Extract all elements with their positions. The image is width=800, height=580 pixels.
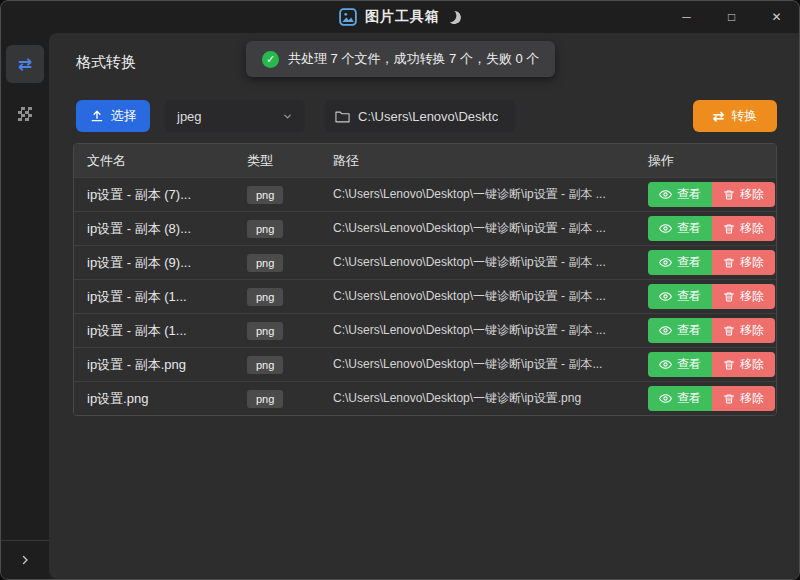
convert-button[interactable]: ⇄ 转换 [693, 100, 777, 132]
files-table: 文件名 类型 路径 操作 ip设置 - 副本 (7)... png C:\Use… [73, 143, 777, 416]
file-name: ip设置 - 副本 (1... [74, 288, 247, 306]
row-actions: 查看 移除 [634, 352, 776, 377]
file-path: C:\Users\Lenovo\Desktop\一键诊断\ip设置 - 副本 .… [333, 322, 634, 339]
sidebar: ⇄ [1, 33, 49, 579]
table-row: ip设置 - 副本 (9)... png C:\Users\Lenovo\Des… [74, 245, 776, 279]
file-type-badge: png [247, 390, 283, 408]
eye-icon [659, 222, 672, 235]
file-type-cell: png [247, 389, 333, 408]
eye-icon [659, 256, 672, 269]
sidebar-item-format-convert[interactable]: ⇄ [6, 45, 44, 83]
close-button[interactable]: ✕ [754, 1, 799, 33]
col-header-ops: 操作 [634, 152, 776, 170]
table-row: ip设置 - 副本 (8)... png C:\Users\Lenovo\Des… [74, 211, 776, 245]
remove-label: 移除 [740, 390, 764, 407]
col-header-path: 路径 [333, 152, 634, 170]
remove-label: 移除 [740, 186, 764, 203]
select-files-label: 选择 [111, 107, 137, 125]
remove-label: 移除 [740, 220, 764, 237]
table-header: 文件名 类型 路径 操作 [74, 144, 776, 177]
remove-button[interactable]: 移除 [712, 284, 775, 309]
file-path: C:\Users\Lenovo\Desktop\一键诊断\ip设置 - 副本 .… [333, 288, 634, 305]
chevron-down-icon [282, 111, 293, 122]
remove-label: 移除 [740, 254, 764, 271]
file-type-cell: png [247, 321, 333, 340]
row-actions: 查看 移除 [634, 284, 776, 309]
file-path: C:\Users\Lenovo\Desktop\一键诊断\ip设置 - 副本..… [333, 356, 634, 373]
format-dropdown[interactable]: jpeg [165, 100, 305, 132]
remove-button[interactable]: 移除 [712, 352, 775, 377]
sidebar-expand-button[interactable] [1, 541, 49, 579]
view-label: 查看 [677, 322, 701, 339]
minimize-button[interactable]: ─ [664, 1, 709, 33]
convert-label: 转换 [731, 107, 757, 125]
remove-label: 移除 [740, 288, 764, 305]
view-button[interactable]: 查看 [648, 318, 712, 343]
toast-message: 共处理 7 个文件，成功转换 7 个，失败 0 个 [288, 50, 539, 68]
file-name: ip设置.png [74, 390, 247, 408]
remove-label: 移除 [740, 356, 764, 373]
app-body: ⇄ ✓ 共处理 7 个文件，成功转换 7 个，失败 0 个 格式转换 [1, 33, 799, 579]
view-button[interactable]: 查看 [648, 250, 712, 275]
view-label: 查看 [677, 254, 701, 271]
app-logo-icon [339, 8, 357, 26]
file-path: C:\Users\Lenovo\Desktop\一键诊断\ip设置 - 副本 .… [333, 254, 634, 271]
col-header-type: 类型 [247, 152, 333, 170]
trash-icon [723, 257, 735, 269]
trash-icon [723, 393, 735, 405]
remove-button[interactable]: 移除 [712, 182, 775, 207]
toolbar: 选择 jpeg C:\Users\Lenovo\Desktc ⇄ 转换 [73, 100, 777, 132]
view-button[interactable]: 查看 [648, 284, 712, 309]
upload-icon [90, 109, 104, 123]
remove-label: 移除 [740, 322, 764, 339]
maximize-button[interactable]: □ [709, 1, 754, 33]
table-row: ip设置 - 副本 (7)... png C:\Users\Lenovo\Des… [74, 177, 776, 211]
remove-button[interactable]: 移除 [712, 318, 775, 343]
sidebar-item-mosaic[interactable] [6, 95, 44, 133]
view-button[interactable]: 查看 [648, 216, 712, 241]
select-files-button[interactable]: 选择 [76, 100, 150, 132]
app-window: 图片工具箱 ─ □ ✕ ⇄ [0, 0, 800, 580]
table-row: ip设置 - 副本 (1... png C:\Users\Lenovo\Desk… [74, 279, 776, 313]
result-toast: ✓ 共处理 7 个文件，成功转换 7 个，失败 0 个 [246, 41, 555, 77]
file-name: ip设置 - 副本.png [74, 356, 247, 374]
remove-button[interactable]: 移除 [712, 386, 775, 411]
remove-button[interactable]: 移除 [712, 216, 775, 241]
file-name: ip设置 - 副本 (9)... [74, 254, 247, 272]
trash-icon [723, 359, 735, 371]
trash-icon [723, 189, 735, 201]
view-button[interactable]: 查看 [648, 182, 712, 207]
eye-icon [659, 290, 672, 303]
sidebar-bottom [1, 540, 49, 579]
file-path: C:\Users\Lenovo\Desktop\一键诊断\ip设置 - 副本 .… [333, 220, 634, 237]
col-header-filename: 文件名 [74, 152, 247, 170]
file-type-cell: png [247, 253, 333, 272]
file-path: C:\Users\Lenovo\Desktop\一键诊断\ip设置.png [333, 390, 634, 407]
view-label: 查看 [677, 186, 701, 203]
view-label: 查看 [677, 390, 701, 407]
main-panel: ✓ 共处理 7 个文件，成功转换 7 个，失败 0 个 格式转换 选择 jpeg… [49, 33, 799, 579]
file-type-cell: png [247, 355, 333, 374]
eye-icon [659, 358, 672, 371]
check-circle-icon: ✓ [262, 51, 279, 68]
view-button[interactable]: 查看 [648, 352, 712, 377]
view-label: 查看 [677, 220, 701, 237]
row-actions: 查看 移除 [634, 318, 776, 343]
folder-icon [335, 110, 350, 123]
file-type-cell: png [247, 219, 333, 238]
eye-icon [659, 392, 672, 405]
output-path-field[interactable]: C:\Users\Lenovo\Desktc [325, 100, 515, 132]
dark-mode-moon-icon[interactable] [447, 9, 463, 25]
checkerboard-icon [18, 107, 32, 121]
table-row: ip设置 - 副本 (1... png C:\Users\Lenovo\Desk… [74, 313, 776, 347]
file-name: ip设置 - 副本 (1... [74, 322, 247, 340]
view-button[interactable]: 查看 [648, 386, 712, 411]
remove-button[interactable]: 移除 [712, 250, 775, 275]
table-body: ip设置 - 副本 (7)... png C:\Users\Lenovo\Des… [74, 177, 776, 415]
file-type-badge: png [247, 186, 283, 204]
file-path: C:\Users\Lenovo\Desktop\一键诊断\ip设置 - 副本 .… [333, 186, 634, 203]
row-actions: 查看 移除 [634, 216, 776, 241]
file-type-badge: png [247, 254, 283, 272]
row-actions: 查看 移除 [634, 386, 776, 411]
eye-icon [659, 324, 672, 337]
